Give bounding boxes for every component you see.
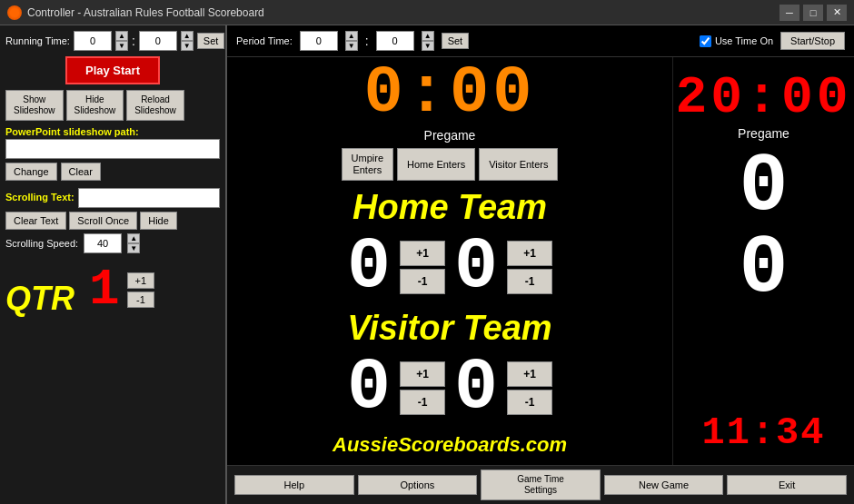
help-button[interactable]: Help [234, 475, 354, 495]
exit-button[interactable]: Exit [727, 475, 847, 495]
speed-up[interactable]: ▲ [127, 233, 140, 243]
qtr-adj: +1 -1 [127, 272, 155, 308]
hide-slideshow-button[interactable]: HideSlideshow [66, 90, 124, 121]
period-time-label: Period Time: [236, 35, 293, 46]
period-sep: : [365, 34, 369, 48]
running-time-sec-spin[interactable]: ▲ ▼ [181, 31, 194, 51]
period-time-sec[interactable] [376, 31, 414, 51]
period-min-down[interactable]: ▼ [345, 41, 358, 51]
scrolling-text-input[interactable] [78, 188, 220, 208]
period-set-button[interactable]: Set [442, 33, 470, 49]
bottom-bar: Help Options Game TimeSettings New Game … [227, 465, 854, 504]
clear-text-button[interactable]: Clear Text [5, 212, 66, 230]
powerpoint-section: PowerPoint slideshow path: Change Clear [5, 126, 220, 181]
running-time-set-button[interactable]: Set [197, 33, 225, 49]
visitor-team-label: Visitor Team [347, 309, 551, 348]
use-time-on-checkbox[interactable] [700, 35, 711, 47]
qtr-minus-button[interactable]: -1 [127, 292, 155, 308]
visitor-enters-button[interactable]: Visitor Enters [479, 148, 558, 181]
home-behinds-minus-button[interactable]: -1 [507, 269, 552, 294]
scoreboard: Period Time: ▲ ▼ : ▲ ▼ Set Use Time On S… [227, 25, 854, 504]
umpire-enters-button[interactable]: UmpireEnters [342, 148, 393, 181]
reload-slideshow-button[interactable]: ReloadSlideshow [126, 90, 184, 121]
title-bar-buttons: ─ □ ✕ [780, 5, 847, 21]
options-button[interactable]: Options [358, 475, 478, 495]
home-goals-display: 0 [347, 231, 391, 303]
scrolling-speed-label: Scrolling Speed: [5, 238, 78, 249]
scrolling-speed-input[interactable] [84, 233, 122, 253]
hide-scroll-button[interactable]: Hide [140, 212, 177, 230]
period-time-sec-spin[interactable]: ▲ ▼ [422, 31, 434, 51]
maximize-button[interactable]: □ [803, 5, 823, 21]
home-behinds-plus-button[interactable]: +1 [507, 241, 552, 266]
home-enters-button[interactable]: Home Enters [397, 148, 475, 181]
visitor-goals-minus-button[interactable]: -1 [400, 390, 445, 415]
period-time-min-spin[interactable]: ▲ ▼ [345, 31, 358, 51]
powerpoint-path-input[interactable] [5, 139, 220, 159]
start-stop-button[interactable]: Start/Stop [780, 32, 845, 50]
middle-section: 0:00 Pregame UmpireEnters Home Enters Vi… [227, 57, 854, 465]
speed-row: Scrolling Speed: ▲ ▼ [5, 233, 220, 253]
new-game-button[interactable]: New Game [604, 475, 724, 495]
scrolling-text-section: Scrolling Text: Clear Text Scroll Once H… [5, 188, 220, 253]
change-button[interactable]: Change [5, 163, 57, 181]
period-sec-up[interactable]: ▲ [422, 31, 434, 41]
home-goals-plus-button[interactable]: +1 [400, 241, 445, 266]
home-score-row: 0 +1 -1 0 +1 -1 [347, 231, 552, 303]
visitor-behinds-controls: +1 -1 [507, 361, 552, 415]
top-controls: Period Time: ▲ ▼ : ▲ ▼ Set Use Time On S… [227, 25, 854, 57]
umpire-row: UmpireEnters Home Enters Visitor Enters [342, 148, 559, 181]
center-score: 0:00 Pregame UmpireEnters Home Enters Vi… [227, 57, 672, 465]
right-pregame-label: Pregame [738, 126, 789, 141]
home-goals-minus-button[interactable]: -1 [400, 269, 445, 294]
close-button[interactable]: ✕ [827, 5, 847, 21]
right-big-clock: 20:00 [675, 72, 851, 124]
period-time-min[interactable] [300, 31, 338, 51]
home-behinds-display: 0 [454, 231, 498, 303]
visitor-behinds-display: 0 [454, 351, 498, 424]
right-small-clock: 11:34 [701, 414, 825, 460]
visitor-goals-plus-button[interactable]: +1 [400, 361, 445, 387]
show-slideshow-button[interactable]: ShowSlideshow [5, 90, 64, 121]
use-time-on-row: Use Time On [700, 35, 773, 47]
running-time-sec[interactable] [139, 31, 177, 51]
website-text: AussieScoreboards.com [333, 433, 567, 457]
running-time-min-up[interactable]: ▲ [115, 31, 128, 41]
play-start-button[interactable]: Play Start [65, 56, 160, 84]
home-team-label: Home Team [353, 188, 547, 227]
visitor-behinds-plus-button[interactable]: +1 [507, 361, 552, 387]
running-time-min-down[interactable]: ▼ [115, 41, 128, 51]
qtr-label: QTR [5, 282, 74, 315]
right-visitor-total: 0 [739, 228, 788, 310]
clear-path-button[interactable]: Clear [61, 163, 101, 181]
qtr-value: 1 [89, 264, 120, 315]
app-icon [7, 5, 22, 20]
use-time-on-label: Use Time On [715, 35, 773, 46]
powerpoint-label: PowerPoint slideshow path: [5, 126, 220, 137]
minimize-button[interactable]: ─ [780, 5, 799, 21]
visitor-goals-display: 0 [347, 351, 391, 424]
visitor-score-row: 0 +1 -1 0 +1 -1 [347, 351, 552, 424]
running-time-row: Running Time: ▲ ▼ : ▲ ▼ Set [5, 31, 220, 51]
running-time-sec-up[interactable]: ▲ [181, 31, 194, 41]
period-sec-down[interactable]: ▼ [422, 41, 434, 51]
qtr-section: QTR 1 +1 -1 [5, 264, 220, 315]
period-min-up[interactable]: ▲ [345, 31, 358, 41]
title-bar-text: Controller - Australian Rules Football S… [27, 6, 780, 19]
slideshow-row: ShowSlideshow HideSlideshow ReloadSlides… [5, 90, 220, 121]
visitor-behinds-minus-button[interactable]: -1 [507, 390, 552, 415]
left-panel: Running Time: ▲ ▼ : ▲ ▼ Set Play Start S… [0, 25, 227, 504]
main-clock: 0:00 [364, 61, 536, 126]
title-bar: Controller - Australian Rules Football S… [0, 0, 854, 25]
game-time-settings-button[interactable]: Game TimeSettings [481, 469, 601, 500]
running-time-min-spin[interactable]: ▲ ▼ [115, 31, 128, 51]
scrolling-speed-spin[interactable]: ▲ ▼ [127, 233, 140, 253]
running-time-sec-down[interactable]: ▼ [181, 41, 194, 51]
qtr-plus-button[interactable]: +1 [127, 272, 155, 289]
running-time-min[interactable] [74, 31, 112, 51]
change-clear-row: Change Clear [5, 163, 220, 181]
scroll-once-button[interactable]: Scroll Once [69, 212, 137, 230]
time-separator: : [132, 34, 135, 48]
speed-down[interactable]: ▼ [127, 243, 140, 253]
center-pregame-label: Pregame [424, 128, 476, 143]
